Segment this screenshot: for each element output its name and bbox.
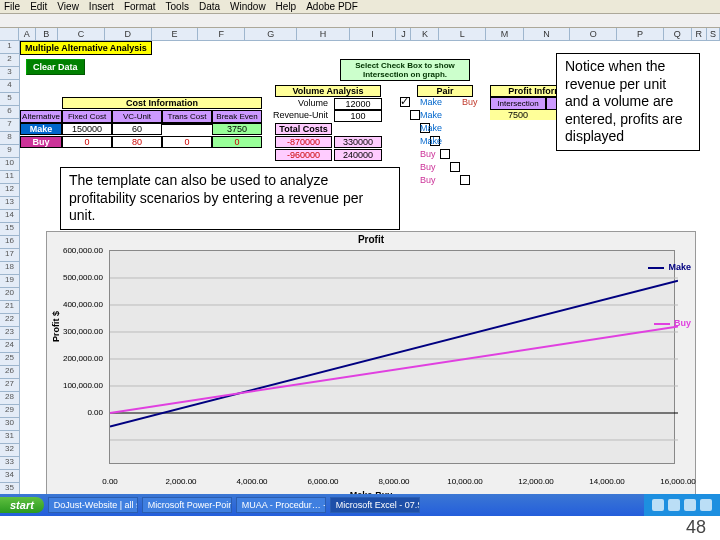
col-header[interactable]: C — [58, 28, 105, 40]
col-header[interactable]: Q — [664, 28, 692, 40]
system-tray[interactable] — [644, 494, 720, 516]
row-header[interactable]: 2 — [0, 54, 19, 67]
make-fixed[interactable]: 150000 — [62, 123, 112, 135]
volume-value[interactable]: 12000 — [334, 98, 382, 110]
col-header[interactable]: R — [692, 28, 707, 40]
col-header[interactable]: E — [152, 28, 199, 40]
row-header[interactable]: 3 — [0, 67, 19, 80]
row-header[interactable]: 9 — [0, 145, 19, 158]
row-header[interactable]: 8 — [0, 132, 19, 145]
menu-help[interactable]: Help — [276, 1, 297, 12]
cost-col-vc: VC-Unit — [112, 110, 162, 123]
row-header[interactable]: 24 — [0, 340, 19, 353]
pair-checkbox[interactable] — [460, 175, 470, 185]
windows-taskbar[interactable]: start DoJust-Website | all s… Microsoft … — [0, 494, 720, 516]
row-header[interactable]: 22 — [0, 314, 19, 327]
pair-checkbox[interactable] — [440, 149, 450, 159]
row-header[interactable]: 14 — [0, 210, 19, 223]
pair-label: Buy — [420, 149, 436, 159]
col-header[interactable]: O — [570, 28, 617, 40]
make-trans[interactable] — [162, 123, 212, 125]
menu-insert[interactable]: Insert — [89, 1, 114, 12]
clear-data-button[interactable]: Clear Data — [26, 59, 85, 75]
row-header[interactable]: 18 — [0, 262, 19, 275]
col-header[interactable]: G — [245, 28, 297, 40]
start-button[interactable]: start — [0, 497, 44, 513]
row-header[interactable]: 6 — [0, 106, 19, 119]
menu-bar[interactable]: File Edit View Insert Format Tools Data … — [0, 0, 720, 14]
col-header[interactable]: D — [105, 28, 152, 40]
col-header[interactable]: J — [396, 28, 411, 40]
menu-file[interactable]: File — [4, 1, 20, 12]
row-header[interactable]: 15 — [0, 223, 19, 236]
col-header[interactable]: M — [486, 28, 523, 40]
menu-window[interactable]: Window — [230, 1, 266, 12]
buy-trans[interactable]: 0 — [162, 136, 212, 148]
row-header[interactable]: 11 — [0, 171, 19, 184]
col-header[interactable]: F — [198, 28, 245, 40]
pair-label: Make — [420, 123, 442, 133]
taskbar-item[interactable]: DoJust-Website | all s… — [48, 497, 138, 513]
taskbar-item[interactable]: Microsoft Power-Point -… — [142, 497, 232, 513]
menu-edit[interactable]: Edit — [30, 1, 47, 12]
row-header[interactable]: 31 — [0, 431, 19, 444]
row-header[interactable]: 10 — [0, 158, 19, 171]
row-header[interactable]: 4 — [0, 80, 19, 93]
pair-checkbox[interactable] — [450, 162, 460, 172]
row-header[interactable]: 12 — [0, 184, 19, 197]
row-header[interactable]: 33 — [0, 457, 19, 470]
row-header[interactable]: 5 — [0, 93, 19, 106]
col-header[interactable]: P — [617, 28, 664, 40]
tray-icon[interactable] — [684, 499, 696, 511]
menu-format[interactable]: Format — [124, 1, 156, 12]
row-header[interactable]: 19 — [0, 275, 19, 288]
row-header[interactable]: 34 — [0, 470, 19, 483]
menu-tools[interactable]: Tools — [166, 1, 189, 12]
taskbar-item-active[interactable]: Microsoft Excel - 07.S… — [330, 497, 420, 513]
formula-bar[interactable] — [0, 14, 720, 28]
row-header[interactable]: 1 — [0, 41, 19, 54]
select-all-corner[interactable] — [0, 28, 19, 40]
col-header[interactable]: N — [524, 28, 571, 40]
tray-icon[interactable] — [668, 499, 680, 511]
pair-checkbox[interactable] — [400, 97, 410, 107]
tray-icon[interactable] — [700, 499, 712, 511]
row-header[interactable]: 27 — [0, 379, 19, 392]
row-headers: 1234567891011121314151617181920212223242… — [0, 41, 20, 511]
row-header[interactable]: 26 — [0, 366, 19, 379]
make-totalcost: -870000 — [275, 136, 332, 148]
row-header[interactable]: 25 — [0, 353, 19, 366]
buy-vc[interactable]: 80 — [112, 136, 162, 148]
pair-checkbox[interactable] — [410, 110, 420, 120]
profit-chart[interactable]: Profit Profit $ Make-Buy Make Buy 600,0 — [46, 231, 696, 505]
col-header[interactable]: I — [350, 28, 397, 40]
row-header[interactable]: 29 — [0, 405, 19, 418]
row-header[interactable]: 30 — [0, 418, 19, 431]
menu-view[interactable]: View — [57, 1, 79, 12]
row-header[interactable]: 17 — [0, 249, 19, 262]
row-header[interactable]: 13 — [0, 197, 19, 210]
col-header[interactable]: L — [439, 28, 486, 40]
revenue-value[interactable]: 100 — [334, 110, 382, 122]
buy-totalcost: 330000 — [334, 136, 382, 148]
row-header[interactable]: 20 — [0, 288, 19, 301]
worksheet-grid[interactable]: Multiple Alternative Analysis Clear Data… — [20, 41, 720, 511]
tray-icon[interactable] — [652, 499, 664, 511]
row-header[interactable]: 23 — [0, 327, 19, 340]
buy-fixed[interactable]: 0 — [62, 136, 112, 148]
make-vc[interactable]: 60 — [112, 123, 162, 135]
col-header[interactable]: K — [411, 28, 439, 40]
col-header[interactable]: S — [707, 28, 720, 40]
col-header[interactable]: B — [36, 28, 58, 40]
col-header[interactable]: A — [19, 28, 36, 40]
menu-adobe-pdf[interactable]: Adobe PDF — [306, 1, 358, 12]
row-header[interactable]: 32 — [0, 444, 19, 457]
row-header[interactable]: 7 — [0, 119, 19, 132]
row-header[interactable]: 28 — [0, 392, 19, 405]
col-header[interactable]: H — [297, 28, 349, 40]
menu-data[interactable]: Data — [199, 1, 220, 12]
x-tick: 12,000.00 — [513, 477, 559, 486]
taskbar-item[interactable]: MUAA - Procedur… - Micr… — [236, 497, 326, 513]
row-header[interactable]: 16 — [0, 236, 19, 249]
row-header[interactable]: 21 — [0, 301, 19, 314]
